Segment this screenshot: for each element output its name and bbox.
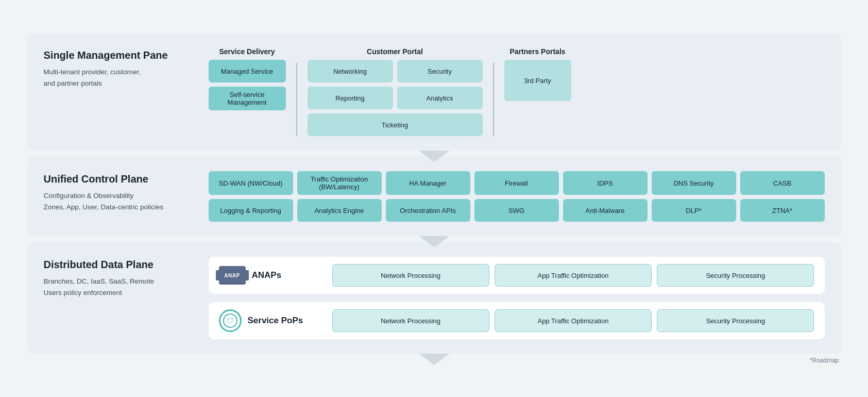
- pops-box-security-processing: Security Processing: [657, 309, 814, 332]
- section-left-1: Single Management Pane Multi-tenant prov…: [44, 47, 188, 89]
- customer-portal-heading: Customer Portal: [367, 47, 423, 56]
- cp-box-swg: SWG: [474, 199, 559, 222]
- cp-box-casb: CASB: [740, 171, 825, 195]
- section-control-plane: Unified Control Plane Configuration & Ob…: [27, 157, 841, 236]
- partners-box-3rdparty: 3rd Party: [504, 60, 571, 101]
- control-plane-row2: Logging & Reporting Analytics Engine Orc…: [209, 199, 825, 222]
- cp-box-ztna: ZTNA*: [740, 199, 825, 222]
- cp-box-idps: IDPS: [563, 171, 648, 195]
- control-plane-row1: SD-WAN (NW/Cloud) Traffic Optimization (…: [209, 171, 825, 195]
- customer-portal-boxes: Networking Security Reporting Analytics …: [308, 60, 483, 136]
- customer-box-ticketing: Ticketing: [308, 113, 483, 136]
- cp-box-logging: Logging & Reporting: [209, 199, 293, 222]
- cp-box-dns-security: DNS Security: [652, 171, 736, 195]
- cp-box-anti-malware: Anti-Malware: [563, 199, 648, 222]
- customer-box-analytics: Analytics: [397, 87, 483, 109]
- service-pops-label: Service PoPs: [248, 316, 303, 326]
- cp-box-traffic-opt: Traffic Optimization (BW/Latency): [297, 171, 382, 195]
- pops-shield-icon: 🛡: [227, 317, 233, 325]
- customer-box-security: Security: [397, 60, 483, 82]
- service-pops-icon-label: 🛡 Service PoPs: [219, 309, 322, 332]
- partners-portals-group: Partners Portals 3rd Party: [504, 47, 571, 101]
- anaps-box-app-traffic: App Traffic Optimization: [495, 264, 652, 287]
- partners-portals-boxes: 3rd Party: [504, 60, 571, 101]
- service-delivery-heading: Service Delivery: [219, 47, 275, 56]
- section-left-3: Distributed Data Plane Branches, DC, Iaa…: [44, 257, 188, 298]
- section3-desc: Branches, DC, IaaS, SaaS, Remote Users p…: [44, 276, 188, 298]
- cp-box-firewall: Firewall: [474, 171, 559, 195]
- anaps-box-network-processing: Network Processing: [332, 264, 489, 287]
- pops-box-app-traffic: App Traffic Optimization: [495, 309, 652, 332]
- cp-box-analytics-engine: Analytics Engine: [297, 199, 382, 222]
- divider-2: [493, 63, 494, 136]
- diagram-wrapper: Single Management Pane Multi-tenant prov…: [27, 33, 841, 364]
- section3-title: Distributed Data Plane: [44, 259, 188, 271]
- service-delivery-box-2: Self-service Management: [209, 87, 286, 110]
- section1-content: Service Delivery Managed Service Self-se…: [209, 47, 825, 136]
- anaps-label: ANAPs: [252, 270, 282, 280]
- section-left-2: Unified Control Plane Configuration & Ob…: [44, 171, 188, 212]
- anaps-icon-label: ANAP ANAPs: [219, 266, 322, 285]
- cp-box-orchestration: Orchestration APIs: [386, 199, 470, 222]
- divider-1: [296, 63, 297, 136]
- section2-content: SD-WAN (NW/Cloud) Traffic Optimization (…: [209, 171, 825, 222]
- customer-box-reporting: Reporting: [308, 87, 393, 109]
- service-pops-row: 🛡 Service PoPs Network Processing App Tr…: [209, 302, 825, 339]
- partners-portals-heading: Partners Portals: [509, 47, 565, 56]
- pops-icon-inner: 🛡: [223, 313, 237, 328]
- service-delivery-boxes: Managed Service Self-service Management: [209, 60, 286, 110]
- section2-desc: Configuration & Observability Zones, App…: [44, 190, 188, 212]
- section3-content: ANAP ANAPs Network Processing App Traffi…: [209, 257, 825, 339]
- anaps-row: ANAP ANAPs Network Processing App Traffi…: [209, 257, 825, 294]
- service-delivery-box-1: Managed Service: [209, 60, 286, 82]
- section2-title: Unified Control Plane: [44, 173, 188, 185]
- cp-box-sdwan: SD-WAN (NW/Cloud): [209, 171, 293, 195]
- pops-icon: 🛡: [219, 309, 242, 332]
- section1-desc: Multi-tenant provider, customer, and par…: [44, 67, 188, 89]
- service-pops-boxes: Network Processing App Traffic Optimizat…: [332, 309, 814, 332]
- section1-title: Single Management Pane: [44, 49, 188, 61]
- anaps-boxes: Network Processing App Traffic Optimizat…: [332, 264, 814, 287]
- cp-box-dlp: DLP*: [652, 199, 736, 222]
- anaps-box-security-processing: Security Processing: [657, 264, 814, 287]
- section-management-pane: Single Management Pane Multi-tenant prov…: [27, 33, 841, 151]
- cp-box-ha-manager: HA Manager: [386, 171, 470, 195]
- service-delivery-group: Service Delivery Managed Service Self-se…: [209, 47, 286, 110]
- section-data-plane: Distributed Data Plane Branches, DC, Iaa…: [27, 242, 841, 354]
- anap-icon: ANAP: [219, 266, 246, 285]
- customer-box-networking: Networking: [308, 60, 393, 82]
- pops-box-network-processing: Network Processing: [332, 309, 489, 332]
- customer-portal-group: Customer Portal Networking Security Repo…: [308, 47, 483, 136]
